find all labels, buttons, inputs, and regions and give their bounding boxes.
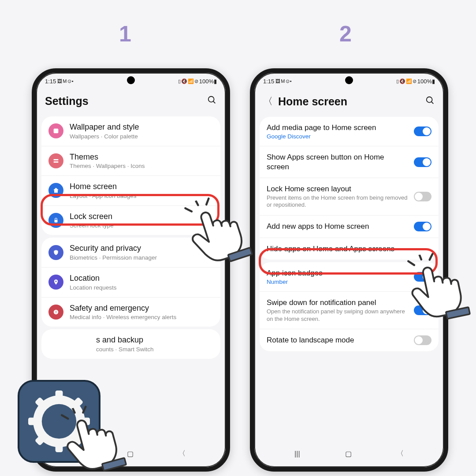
nav-recents[interactable]: ||| bbox=[294, 450, 300, 458]
setting-add-new-apps[interactable]: Add new apps to Home screen bbox=[260, 216, 439, 238]
setting-wallpaper-style[interactable]: Wallpaper and style Wallpapers · Color p… bbox=[41, 116, 220, 146]
status-battery: 100%▮ bbox=[417, 78, 435, 85]
row-subtitle: Location requests bbox=[70, 284, 213, 291]
status-time: 1:15 bbox=[263, 78, 274, 85]
wallpaper-icon bbox=[48, 123, 63, 138]
setting-security-privacy[interactable]: Security and privacy Biometrics · Permis… bbox=[41, 238, 220, 268]
toggle[interactable] bbox=[414, 272, 431, 282]
row-title: Wallpaper and style bbox=[70, 123, 213, 132]
row-subtitle: Themes · Wallpapers · Icons bbox=[70, 163, 213, 169]
row-title: Location bbox=[70, 274, 213, 283]
row-link: Number bbox=[267, 279, 409, 285]
row-title: s and backup bbox=[96, 335, 213, 345]
row-title: Themes bbox=[70, 152, 213, 162]
nav-home[interactable]: ▢ bbox=[127, 450, 134, 458]
front-camera bbox=[345, 76, 353, 84]
page-title: Home screen bbox=[278, 95, 420, 108]
setting-show-apps-button[interactable]: Show Apps screen button on Home screen bbox=[260, 146, 439, 178]
home-screen-header: 〈 Home screen bbox=[254, 88, 444, 114]
setting-accounts-backup[interactable]: s and backup counts · Smart Switch bbox=[41, 329, 220, 359]
svg-rect-3 bbox=[55, 220, 58, 223]
lock-icon bbox=[48, 213, 63, 228]
search-icon[interactable] bbox=[207, 95, 217, 107]
phone-frame-2: 1:15 🖼 M ⊙ • ▯ 🔇 📶 ⊘ 100%▮ 〈 Home screen… bbox=[250, 68, 448, 472]
row-link: Google Discover bbox=[267, 133, 409, 140]
row-subtitle: Medical info · Wireless emergency alerts bbox=[70, 314, 213, 320]
svg-line-1 bbox=[213, 101, 216, 104]
setting-rotate-landscape[interactable]: Rotate to landscape mode bbox=[260, 329, 439, 351]
row-subtitle: Open the notification panel by swiping d… bbox=[267, 308, 409, 323]
settings-header: Settings bbox=[36, 88, 226, 114]
toggle[interactable] bbox=[414, 335, 431, 345]
row-subtitle: Prevent items on the Home screen from be… bbox=[267, 194, 409, 209]
svg-rect-12 bbox=[28, 418, 39, 425]
row-title: Lock screen bbox=[70, 212, 213, 222]
setting-swipe-notification[interactable]: Swipe down for notification panel Open t… bbox=[260, 292, 439, 329]
setting-add-media-page[interactable]: Add media page to Home screen Google Dis… bbox=[260, 117, 439, 146]
svg-point-7 bbox=[427, 97, 432, 102]
front-camera bbox=[127, 76, 135, 84]
backup-icon bbox=[48, 336, 63, 351]
row-subtitle: counts · Smart Switch bbox=[96, 346, 213, 353]
toggle[interactable] bbox=[414, 126, 431, 136]
home-settings-group: Add media page to Home screen Google Dis… bbox=[260, 117, 439, 260]
svg-line-8 bbox=[431, 101, 434, 104]
settings-group: s and backup counts · Smart Switch bbox=[41, 329, 220, 359]
row-title: Hide apps on Home and Apps screens bbox=[267, 244, 431, 253]
settings-group: Wallpaper and style Wallpapers · Color p… bbox=[41, 116, 220, 235]
row-subtitle: Screen lock type bbox=[70, 222, 213, 229]
gear-icon bbox=[28, 390, 90, 452]
row-title: Swipe down for notification panel bbox=[267, 298, 409, 307]
row-subtitle: Biometrics · Permission manager bbox=[70, 254, 213, 261]
row-title: Add new apps to Home screen bbox=[267, 222, 409, 231]
svg-rect-13 bbox=[79, 418, 90, 425]
toggle[interactable] bbox=[414, 192, 431, 201]
svg-text:!: ! bbox=[56, 310, 57, 314]
android-navbar: ||| ▢ 〈 bbox=[254, 445, 444, 463]
nav-back[interactable]: 〈 bbox=[178, 449, 186, 458]
shield-icon bbox=[48, 245, 63, 260]
row-title: Security and privacy bbox=[70, 244, 213, 253]
status-left-icons: 🖼 M ⊙ • bbox=[275, 78, 291, 84]
step-number-2: 2 bbox=[339, 21, 352, 47]
setting-lock-screen[interactable]: Lock screen Screen lock type bbox=[41, 206, 220, 235]
svg-rect-10 bbox=[56, 390, 63, 402]
status-battery: 100%▮ bbox=[199, 78, 217, 85]
nav-home[interactable]: ▢ bbox=[345, 450, 352, 458]
nav-back[interactable]: 〈 bbox=[397, 449, 404, 458]
themes-icon bbox=[48, 153, 63, 168]
row-title: Lock Home screen layout bbox=[267, 184, 409, 193]
row-title: Rotate to landscape mode bbox=[267, 335, 409, 345]
setting-themes[interactable]: Themes Themes · Wallpapers · Icons bbox=[41, 146, 220, 176]
row-title: Show Apps screen button on Home screen bbox=[267, 152, 409, 171]
row-title: Home screen bbox=[70, 182, 213, 192]
search-icon[interactable] bbox=[425, 96, 435, 108]
svg-rect-2 bbox=[54, 129, 59, 134]
setting-safety-emergency[interactable]: ! Safety and emergency Medical info · Wi… bbox=[41, 298, 220, 327]
svg-point-0 bbox=[208, 97, 214, 102]
emergency-icon: ! bbox=[48, 305, 63, 320]
status-right-icons: ▯ 🔇 📶 ⊘ bbox=[178, 78, 198, 84]
setting-location[interactable]: Location Location requests bbox=[41, 268, 220, 298]
settings-group: Security and privacy Biometrics · Permis… bbox=[41, 238, 220, 327]
setting-hide-apps[interactable]: Hide apps on Home and Apps screens bbox=[260, 238, 439, 260]
row-title: Safety and emergency bbox=[70, 304, 213, 313]
settings-app-icon bbox=[18, 380, 100, 463]
toggle[interactable] bbox=[414, 222, 431, 231]
toggle[interactable] bbox=[414, 305, 431, 315]
row-title: App icon badges bbox=[267, 268, 409, 278]
setting-app-icon-badges[interactable]: App icon badges Number bbox=[260, 262, 439, 292]
svg-rect-11 bbox=[56, 441, 63, 452]
svg-point-18 bbox=[49, 412, 69, 431]
setting-home-screen[interactable]: Home screen Layout · App icon badges bbox=[41, 176, 220, 206]
back-icon[interactable]: 〈 bbox=[263, 95, 273, 108]
setting-lock-home-layout[interactable]: Lock Home screen layout Prevent items on… bbox=[260, 178, 439, 216]
home-icon bbox=[48, 183, 63, 198]
toggle[interactable] bbox=[414, 157, 431, 167]
location-icon bbox=[48, 275, 63, 290]
svg-point-4 bbox=[56, 281, 57, 282]
step-number-1: 1 bbox=[119, 21, 131, 47]
row-subtitle: Layout · App icon badges bbox=[70, 193, 213, 199]
page-title: Settings bbox=[45, 95, 202, 108]
row-subtitle: Wallpapers · Color palette bbox=[70, 133, 213, 140]
